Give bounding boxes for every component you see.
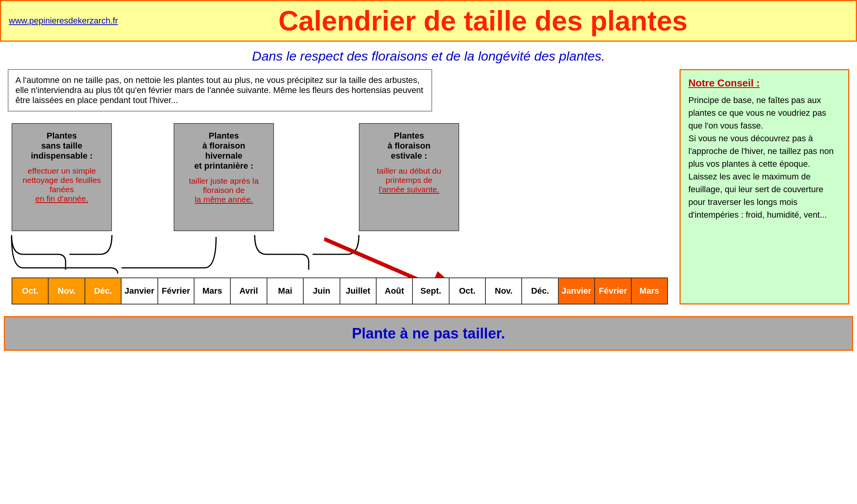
subtitle: Dans le respect des floraisons et de la …	[0, 49, 857, 64]
plant-card-2: Plantesà floraisonhivernaleet printanièr…	[174, 123, 274, 231]
calendar-month: Février	[158, 278, 194, 304]
calendar-month: Déc.	[85, 278, 122, 304]
advice-title: Notre Conseil :	[688, 77, 840, 89]
calendar-month: Juillet	[340, 278, 377, 304]
header: www.pepinieresdekerzarch.fr Calendrier d…	[0, 0, 857, 42]
calendar-month: Mars	[632, 278, 667, 304]
calendar-month: Juin	[304, 278, 340, 304]
advice-text: Principe de base, ne faîtes pas aux plan…	[688, 94, 840, 221]
website-url: www.pepinieresdekerzarch.fr	[9, 16, 118, 26]
calendar-month: Nov.	[49, 278, 85, 304]
page-title: Calendrier de taille des plantes	[118, 5, 848, 37]
calendar-month: Août	[377, 278, 413, 304]
calendar-month: Oct.	[12, 278, 49, 304]
card2-red: tailler juste après la floraison de la m…	[180, 176, 268, 204]
bottom-bar: Plante à ne pas tailler.	[4, 316, 853, 351]
calendar-month: Janvier	[122, 278, 158, 304]
calendar-month: Avril	[231, 278, 267, 304]
calendar-section: Oct.Nov.Déc.JanvierFévrierMarsAvrilMaiJu…	[12, 277, 668, 304]
brackets-svg	[8, 231, 463, 274]
calendar-month: Déc.	[522, 278, 558, 304]
advice-box: Notre Conseil : Principe de base, ne faî…	[680, 69, 849, 304]
calendar-month: Nov.	[486, 278, 522, 304]
card3-red: tailler au début du printemps de l'année…	[365, 166, 453, 194]
left-content: A l'automne on ne taille pas, on nettoie…	[8, 69, 672, 304]
cards-and-brackets: Plantessans tailleindispensable : effect…	[8, 123, 672, 274]
card2-title: Plantesà floraisonhivernaleet printanièr…	[180, 131, 268, 171]
card2-underline: la même année.	[195, 195, 253, 204]
main-area: A l'automne on ne taille pas, on nettoie…	[0, 69, 857, 304]
calendar-month: Mars	[194, 278, 231, 304]
plant-card-3: Plantesà floraisonestivale : tailler au …	[359, 123, 459, 231]
calendar-bar: Oct.Nov.Déc.JanvierFévrierMarsAvrilMaiJu…	[12, 277, 668, 304]
card1-underline: en fin d'année.	[35, 194, 88, 203]
plant-card-1: Plantessans tailleindispensable : effect…	[12, 123, 112, 231]
calendar-month: Sept.	[413, 278, 449, 304]
calendar-month: Mai	[267, 278, 304, 304]
calendar-month: Février	[595, 278, 631, 304]
calendar-month: Janvier	[559, 278, 595, 304]
calendar-month: Oct.	[450, 278, 486, 304]
card3-title: Plantesà floraisonestivale :	[365, 131, 453, 161]
card1-title: Plantessans tailleindispensable :	[18, 131, 106, 161]
bottom-bar-text: Plante à ne pas tailler.	[352, 325, 505, 342]
intro-box: A l'automne on ne taille pas, on nettoie…	[8, 69, 432, 112]
card1-red: effectuer un simple nettoyage des feuill…	[18, 166, 106, 203]
cards-area: Plantessans tailleindispensable : effect…	[8, 123, 672, 231]
card3-underline: l'année suivante.	[379, 185, 439, 194]
